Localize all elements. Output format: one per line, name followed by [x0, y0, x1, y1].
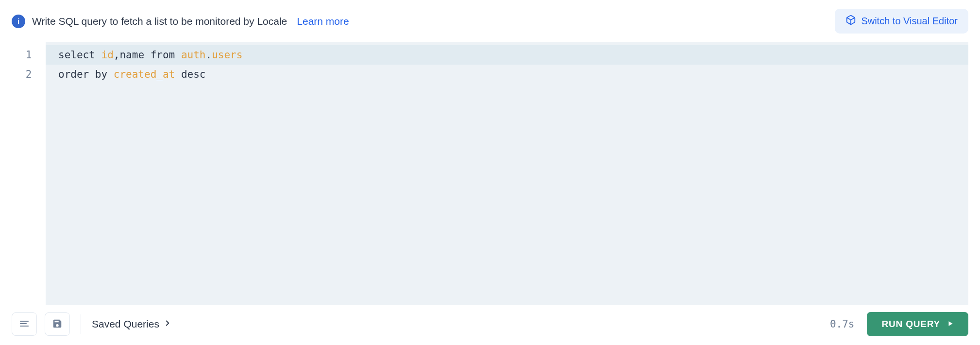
header-instruction: Write SQL query to fetch a list to be mo… — [32, 16, 287, 27]
code-line[interactable]: select id,name from auth.users — [46, 45, 968, 65]
line-number: 1 — [12, 45, 46, 65]
switch-visual-editor-label: Switch to Visual Editor — [861, 16, 958, 27]
line-gutter: 12 — [12, 42, 46, 305]
token-keyword: auth — [181, 49, 206, 61]
footer-divider — [81, 314, 81, 334]
saved-queries-label: Saved Queries — [92, 318, 159, 330]
switch-visual-editor-button[interactable]: Switch to Visual Editor — [835, 9, 968, 34]
format-lines-icon — [18, 318, 30, 331]
save-icon — [52, 318, 63, 330]
saved-queries-button[interactable]: Saved Queries — [92, 318, 172, 330]
token-text: desc — [175, 69, 205, 80]
format-button[interactable] — [12, 312, 37, 336]
header-bar: i Write SQL query to fetch a list to be … — [12, 0, 968, 42]
footer-bar: Saved Queries 0.7s RUN QUERY — [12, 305, 968, 345]
header-left: i Write SQL query to fetch a list to be … — [12, 15, 349, 28]
token-text: . — [205, 49, 212, 61]
chevron-right-icon — [163, 318, 172, 330]
cube-icon — [845, 15, 856, 28]
token-keyword: id — [101, 49, 114, 61]
learn-more-link[interactable]: Learn more — [297, 16, 349, 27]
footer-left: Saved Queries — [12, 312, 172, 336]
svg-marker-4 — [949, 321, 953, 326]
token-keyword: users — [212, 49, 242, 61]
code-area[interactable]: select id,name from auth.usersorder by c… — [46, 42, 968, 305]
token-text: select — [58, 49, 101, 61]
play-icon — [947, 319, 954, 329]
sql-editor-panel: i Write SQL query to fetch a list to be … — [0, 0, 980, 345]
line-number: 2 — [12, 65, 46, 84]
info-icon: i — [12, 15, 25, 28]
code-line[interactable]: order by created_at desc — [46, 65, 968, 84]
code-editor[interactable]: 12 select id,name from auth.usersorder b… — [12, 42, 968, 305]
token-keyword: created_at — [114, 69, 175, 80]
footer-right: 0.7s RUN QUERY — [830, 312, 968, 336]
token-text: order by — [58, 69, 114, 80]
token-text: ,name from — [114, 49, 181, 61]
query-timing: 0.7s — [830, 318, 855, 330]
run-query-label: RUN QUERY — [881, 319, 940, 329]
save-button[interactable] — [45, 312, 70, 336]
run-query-button[interactable]: RUN QUERY — [867, 312, 968, 336]
